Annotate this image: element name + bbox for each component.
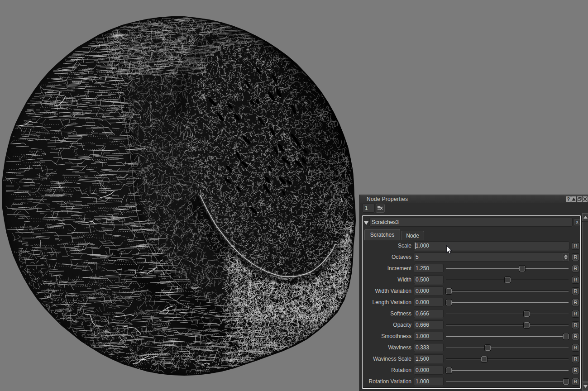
svg-text:?: ? xyxy=(567,196,570,202)
